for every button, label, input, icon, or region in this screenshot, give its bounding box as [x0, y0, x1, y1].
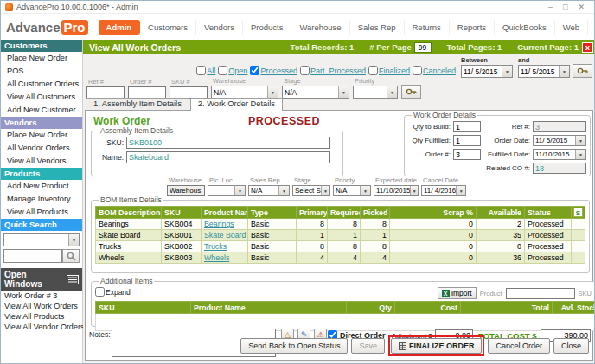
add-col-product-name[interactable]: Product Name	[191, 302, 347, 314]
quick-search-type-select[interactable]	[3, 233, 80, 246]
chevron-down-icon[interactable]	[559, 66, 569, 77]
assembly-sku-input[interactable]	[126, 137, 330, 149]
sidebar-item-vendor-place-new-order[interactable]: Place New Order	[1, 129, 82, 142]
bom-col-type[interactable]: Type	[248, 207, 297, 219]
add-col-total[interactable]: Total	[461, 302, 553, 314]
send-back-button[interactable]: Send Back to Open Status	[240, 338, 348, 354]
bom-col-sku[interactable]: SKU	[162, 207, 202, 219]
filter-canceled-checkbox[interactable]	[413, 66, 422, 75]
order-filter-input[interactable]	[128, 86, 166, 99]
bom-col-product-name[interactable]: Product Name	[202, 207, 248, 219]
sidebar-item-view-all-vendors[interactable]: View All Vendors	[1, 155, 82, 168]
tab-work-order-details[interactable]: 2. Work Order Details	[190, 98, 283, 111]
minimize-icon[interactable]: –	[548, 3, 553, 11]
product-link-bearings[interactable]: Bearings	[204, 220, 234, 228]
menu-item-warehouse[interactable]: Warehouse	[291, 20, 349, 35]
per-page-input[interactable]	[414, 42, 432, 53]
add-col-qty[interactable]: Qty	[347, 302, 395, 314]
sidebar-item-pos[interactable]: POS	[1, 65, 82, 78]
product-link-trucks[interactable]: Trucks	[204, 242, 227, 251]
add-col-avl-stock[interactable]: Avl. Stock	[553, 302, 595, 314]
bom-row-trucks[interactable]: TrucksSKB002TrucksBasic88800Processed	[96, 241, 585, 252]
chevron-down-icon[interactable]	[267, 86, 278, 98]
filter-part-processed-label[interactable]: Part. Processed	[310, 67, 366, 75]
order-number-input[interactable]	[453, 149, 481, 160]
qty-fulfilled-input[interactable]	[453, 135, 481, 146]
maximize-icon[interactable]: □	[563, 3, 567, 11]
open-window-view-all-products[interactable]: View All Products	[1, 311, 82, 322]
menu-item-quickbooks[interactable]: QuickBooks	[495, 20, 555, 35]
menu-item-vendors[interactable]: Vendors	[196, 20, 243, 35]
open-window-work-order-3[interactable]: Work Order # 3	[1, 291, 82, 301]
sku-filter-input[interactable]	[170, 86, 208, 99]
add-col-sku[interactable]: SKU	[96, 302, 191, 314]
date-search-button[interactable]	[573, 64, 592, 78]
sidebar-item-view-all-customers[interactable]: View All Customers	[1, 91, 82, 104]
close-icon[interactable]: ✕	[578, 3, 585, 11]
sidebar-item-manage-inventory[interactable]: Manage Inventory	[1, 193, 82, 206]
chevron-down-icon[interactable]	[502, 66, 512, 77]
filter-canceled-label[interactable]: Canceled	[423, 67, 456, 75]
cancel-order-button[interactable]: Cancel Order	[488, 338, 550, 354]
chevron-down-icon[interactable]	[456, 186, 465, 195]
fulfilled-date-select[interactable]: 11/10/2015	[533, 149, 586, 160]
tab-assembly-item-details[interactable]: 1. Assembly Item Details	[86, 98, 189, 110]
assembly-name-input[interactable]	[126, 151, 330, 163]
sidebar-item-view-all-products[interactable]: View All Products	[1, 206, 82, 219]
menu-item-reports[interactable]: Reports	[450, 20, 495, 35]
bom-col-picked[interactable]: Picked	[361, 207, 390, 219]
filter-processed-checkbox[interactable]	[250, 66, 259, 75]
chevron-down-icon[interactable]	[387, 86, 397, 98]
open-window-view-all-work-orders[interactable]: View All Work Orders	[1, 301, 82, 311]
bom-col-primary[interactable]: Primary	[297, 207, 328, 219]
menu-item-admin[interactable]: Admin	[99, 20, 141, 35]
priority-filter-select[interactable]	[353, 86, 398, 99]
open-window-view-all-vendor-orders[interactable]: View All Vendor Orders	[1, 322, 82, 332]
chevron-down-icon[interactable]	[338, 86, 349, 98]
qty-to-build-input[interactable]	[453, 121, 481, 132]
product-link-wheels[interactable]: Wheels	[204, 253, 229, 262]
bom-col-status[interactable]: Status	[525, 207, 572, 219]
stage-filter-select[interactable]: N/A	[282, 86, 349, 99]
menu-item-returns[interactable]: Returns	[405, 20, 450, 35]
menu-item-mfg[interactable]: MFG	[588, 20, 595, 35]
import-button[interactable]: XImport	[438, 287, 477, 299]
sidebar-item-add-new-product[interactable]: Add New Product	[1, 180, 82, 193]
filter-all-label[interactable]: All	[207, 67, 215, 75]
chevron-down-icon[interactable]	[410, 186, 418, 195]
ref-filter-input[interactable]	[86, 86, 125, 99]
expand-label[interactable]: Expand	[106, 288, 131, 297]
filter-part-processed-checkbox[interactable]	[300, 66, 310, 75]
filter-all-checkbox[interactable]	[196, 66, 206, 75]
and-date-select[interactable]: 11/ 5/2015	[518, 65, 570, 78]
filter-finalized-checkbox[interactable]	[368, 66, 378, 75]
sidebar-item-add-new-customer[interactable]: Add New Customer	[1, 104, 82, 117]
sidebar-item-all-vendor-orders[interactable]: All Vendor Orders	[1, 142, 82, 155]
filter-processed-label[interactable]: Processed	[260, 67, 298, 75]
bom-row-wheels[interactable]: WheelsSKB003WheelsBasic444036Processed	[96, 252, 585, 264]
menu-item-sales-rep[interactable]: Sales Rep	[350, 20, 405, 35]
save-button[interactable]: Save	[351, 338, 385, 354]
quick-search-input[interactable]	[3, 249, 62, 263]
chevron-down-icon[interactable]	[321, 186, 329, 195]
chevron-down-icon[interactable]	[68, 234, 79, 246]
bom-col-scrap[interactable]: Scrap %	[390, 207, 477, 219]
between-date-select[interactable]: 11/ 5/2015	[461, 65, 513, 78]
bom-col-required[interactable]: Required	[328, 207, 361, 219]
sidebar-item-all-customer-orders[interactable]: All Customer Orders	[1, 78, 82, 91]
order-date-select[interactable]: 11/ 5/2015	[533, 135, 586, 146]
filter-finalized-label[interactable]: Finalized	[379, 67, 410, 75]
add-col-cost[interactable]: Cost	[395, 302, 461, 314]
menu-item-products[interactable]: Products	[243, 20, 292, 35]
chevron-down-icon[interactable]	[360, 186, 370, 195]
close-panel-button[interactable]: Close	[553, 338, 589, 354]
product-link-skate-board[interactable]: Skate Board	[204, 231, 246, 239]
chevron-down-icon[interactable]	[575, 150, 585, 159]
menu-item-customers[interactable]: Customers	[140, 20, 196, 35]
filter-search-button[interactable]	[401, 85, 421, 99]
bom-row-bearings[interactable]: BearingsSKB004BearingsBasic88802Processe…	[96, 219, 585, 230]
chevron-down-icon[interactable]	[575, 136, 585, 145]
bom-row-skate-board[interactable]: Skate BoardSKB001Skate BoardBasic111035P…	[96, 230, 585, 241]
spreadsheet-export-icon[interactable]: S	[573, 208, 583, 217]
view-close-button[interactable]: x	[582, 42, 593, 53]
